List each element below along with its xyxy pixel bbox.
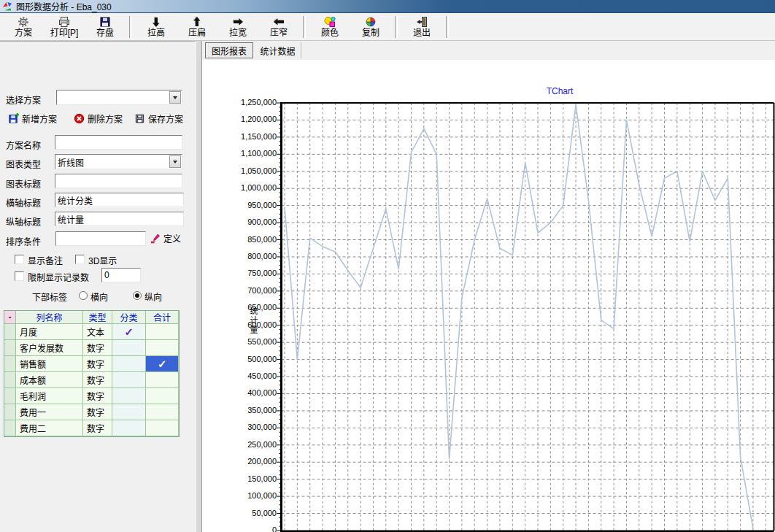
toolbar-button-label: 拉宽 [229, 28, 247, 38]
toolbar-button-color-wheel[interactable]: 复制 [350, 14, 391, 40]
limit-records-input[interactable] [101, 268, 141, 282]
column-type-cell[interactable]: 数字 [83, 372, 112, 388]
total-check-cell[interactable] [146, 420, 179, 436]
chart-title-label: 图表标题 [6, 177, 41, 190]
table-row[interactable]: 成本额数字 [4, 372, 179, 388]
settings-panel: 选择方案 新增方案 删除方案 保存方案 方案名称 图表类型 折线图 图表标题 横… [0, 41, 196, 532]
column-name-cell[interactable]: 费用一 [16, 404, 83, 420]
category-check-cell[interactable] [112, 340, 146, 356]
table-row[interactable]: 月度文本✓ [4, 324, 179, 340]
display-3d-checkbox[interactable] [75, 255, 85, 264]
table-row[interactable]: 销售额数字✓ [4, 356, 179, 372]
toolbar-button-gear[interactable]: 方案 [3, 14, 44, 40]
sort-condition-input[interactable] [55, 231, 146, 246]
toolbar-button-floppy[interactable]: 存盘 [85, 14, 126, 40]
toolbar-button-exit-door[interactable]: 退出 [401, 14, 442, 40]
column-name-cell[interactable]: 销售额 [16, 356, 83, 372]
row-selector-cell[interactable] [4, 388, 16, 404]
category-check-cell[interactable] [112, 404, 146, 420]
column-type-cell[interactable]: 数字 [83, 356, 112, 372]
toolbar-button-printer[interactable]: 打印[P] [44, 14, 85, 40]
column-name-cell[interactable]: 月度 [16, 324, 83, 340]
orientation-vertical-radio[interactable] [133, 291, 142, 300]
select-scheme-combobox[interactable] [56, 90, 182, 105]
scheme-name-label: 方案名称 [6, 139, 41, 151]
total-check-cell[interactable] [146, 340, 179, 356]
column-name-cell[interactable]: 客户发展数 [16, 340, 83, 356]
row-selector-cell[interactable] [4, 356, 16, 372]
delete-scheme-button[interactable]: 删除方案 [74, 112, 123, 125]
select-scheme-dropdown-button[interactable] [169, 91, 181, 104]
chart-type-combobox[interactable]: 折线图 [55, 154, 182, 169]
row-selector-cell[interactable] [4, 324, 16, 340]
toolbar-button-arrow-left[interactable]: 压窄 [258, 14, 299, 40]
panel-splitter[interactable] [196, 41, 202, 532]
table-row[interactable]: 费用二数字 [4, 420, 179, 436]
column-type-cell[interactable]: 数字 [83, 404, 112, 420]
column-name-cell[interactable]: 成本额 [16, 372, 83, 388]
table-row[interactable]: 客户发展数数字 [4, 340, 179, 356]
chevron-down-icon [173, 161, 177, 166]
show-notes-label: 显示备注 [28, 254, 63, 266]
define-icon [150, 233, 161, 244]
category-check-cell[interactable] [112, 356, 146, 372]
table-column-header[interactable]: 合计 [146, 311, 179, 324]
table-column-header[interactable]: 分类 [112, 311, 146, 324]
category-check-cell[interactable]: ✓ [112, 324, 146, 340]
table-row[interactable]: 毛利润数字 [4, 388, 179, 404]
category-check-cell[interactable] [112, 388, 146, 404]
tab-graph-report[interactable]: 图形报表 [205, 42, 253, 58]
row-selector-cell[interactable] [4, 420, 16, 436]
total-check-cell[interactable] [146, 388, 179, 404]
table-corner-header[interactable]: - [4, 311, 16, 324]
column-name-cell[interactable]: 毛利润 [16, 388, 83, 404]
total-check-cell[interactable] [146, 372, 179, 388]
table-column-header[interactable]: 类型 [83, 311, 112, 324]
y-axis-tick-label: 1,000,000 [212, 182, 277, 193]
new-scheme-icon [8, 113, 19, 124]
total-check-cell[interactable] [146, 324, 179, 340]
floppy-icon [99, 16, 111, 28]
column-type-cell[interactable]: 文本 [83, 324, 112, 340]
y-axis-tick-label: 1,200,000 [212, 114, 277, 124]
total-check-cell[interactable]: ✓ [146, 356, 179, 372]
row-selector-cell[interactable] [4, 340, 16, 356]
toolbar-button-palette[interactable]: 颜色 [309, 14, 350, 40]
y-axis-tick-label: 950,000 [212, 200, 277, 210]
save-scheme-label: 保存方案 [148, 112, 183, 125]
category-check-cell[interactable] [112, 420, 146, 436]
x-axis-title-input[interactable] [55, 193, 184, 207]
chart-title-input[interactable] [55, 174, 182, 188]
column-type-cell[interactable]: 数字 [83, 420, 112, 436]
delete-scheme-label: 删除方案 [88, 112, 123, 125]
row-selector-cell[interactable] [4, 372, 16, 388]
chart-plot [275, 102, 775, 532]
limit-records-checkbox[interactable] [15, 271, 24, 281]
toolbar-separator [303, 16, 306, 38]
total-check-cell[interactable] [146, 404, 179, 420]
tab-statistics-data[interactable]: 统计数据 [255, 42, 301, 58]
table-row[interactable]: 费用一数字 [4, 404, 179, 420]
define-sort-button[interactable]: 定义 [150, 232, 181, 244]
toolbar-button-arrow-down[interactable]: 拉高 [136, 14, 177, 40]
orientation-horizontal-radio[interactable] [79, 291, 88, 300]
y-axis-tick-label: 650,000 [212, 302, 277, 312]
add-scheme-button[interactable]: 新增方案 [8, 112, 57, 125]
row-selector-cell[interactable] [4, 404, 16, 420]
toolbar-button-arrow-right[interactable]: 拉宽 [217, 14, 258, 40]
scheme-name-input[interactable] [55, 135, 182, 150]
save-scheme-button[interactable]: 保存方案 [134, 112, 183, 125]
arrow-right-icon [232, 16, 244, 28]
y-axis-tick-label: 1,100,000 [212, 148, 277, 158]
table-column-header[interactable]: 列名称 [16, 311, 83, 324]
define-label: 定义 [163, 232, 181, 244]
column-name-cell[interactable]: 费用二 [16, 420, 83, 436]
y-axis-tick-label: 0 [212, 525, 277, 532]
chart-type-dropdown-button[interactable] [169, 155, 181, 168]
category-check-cell[interactable] [112, 372, 146, 388]
show-notes-checkbox[interactable] [15, 255, 24, 264]
column-type-cell[interactable]: 数字 [83, 340, 112, 356]
y-axis-title-input[interactable] [55, 212, 184, 226]
toolbar-button-arrow-up[interactable]: 压扁 [177, 14, 217, 40]
column-type-cell[interactable]: 数字 [83, 388, 112, 404]
